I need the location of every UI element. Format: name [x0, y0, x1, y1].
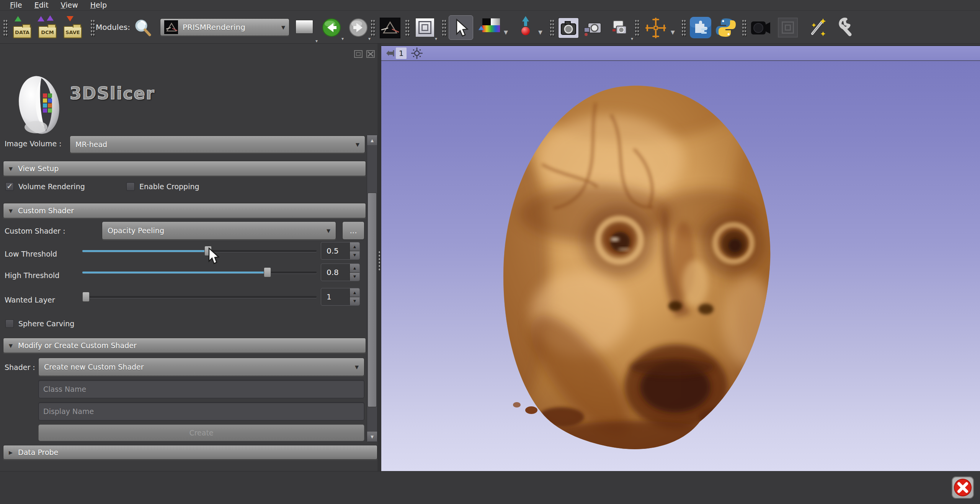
data-folder-icon: DATA — [13, 26, 31, 38]
module-selector-combobox[interactable]: PRISMRendering ▼ — [160, 18, 289, 36]
scene-view-button[interactable] — [583, 18, 604, 40]
wanted-layer-label: Wanted Layer — [5, 296, 55, 304]
toolbar-drag-handle[interactable] — [742, 19, 746, 37]
shader-options-button[interactable]: ... — [342, 221, 364, 240]
expand-triangle-icon: ▶ — [9, 450, 13, 455]
wanted-layer-slider[interactable] — [82, 292, 317, 302]
chevron-down-icon[interactable]: ▼ — [504, 29, 508, 35]
error-log-button[interactable] — [952, 476, 974, 499]
main-toolbar: DATA DCM SAVE Modules: PRISMRendering ▼ — [0, 11, 980, 44]
toolbar-drag-handle[interactable] — [681, 19, 686, 37]
crosshair-icon — [645, 17, 667, 39]
layout-disabled-button[interactable] — [778, 18, 799, 40]
panel-splitter[interactable] — [377, 44, 381, 471]
sphere-carving-checkbox[interactable] — [5, 319, 14, 328]
prism-module-button[interactable] — [380, 18, 401, 40]
custom-shader-header[interactable]: ▼ Custom Shader — [3, 203, 366, 218]
create-button[interactable]: Create — [38, 424, 364, 441]
spin-down-icon[interactable]: ▼ — [350, 251, 359, 260]
load-dicom-button[interactable]: DCM — [37, 17, 58, 39]
image-volume-combobox[interactable]: MR-head ▼ — [70, 136, 365, 153]
magic-wand-button[interactable] — [807, 17, 828, 39]
menu-view[interactable]: View — [55, 0, 84, 11]
dark-camera-button[interactable] — [750, 17, 771, 39]
magic-wand-icon — [807, 17, 828, 38]
screenshot-button[interactable] — [558, 18, 580, 40]
splitter-grip-icon — [378, 250, 381, 272]
chevron-down-icon[interactable]: ▼ — [671, 29, 675, 35]
dicom-arrow-right-icon — [47, 15, 54, 21]
shader-combobox[interactable]: Create new Custom Shader ▼ — [38, 358, 364, 376]
spin-up-icon[interactable]: ▲ — [350, 242, 359, 251]
custom-shader-combobox[interactable]: Opacity Peeling ▼ — [102, 221, 336, 240]
capture-icon — [611, 18, 630, 37]
module-history-button[interactable]: ▾ — [296, 20, 317, 42]
layout-selector-button[interactable]: ▾ — [415, 18, 436, 40]
threed-view[interactable]: 1 — [381, 45, 980, 471]
python-console-button[interactable] — [715, 17, 737, 39]
crosshair-sun-icon[interactable] — [411, 47, 423, 59]
capture-button[interactable]: ▾ — [611, 18, 632, 40]
spin-down-icon[interactable]: ▼ — [350, 297, 359, 306]
toolbar-drag-handle[interactable] — [442, 19, 446, 37]
chevron-down-icon[interactable]: ▼ — [538, 29, 542, 35]
spin-down-icon[interactable]: ▼ — [350, 273, 359, 281]
slider-handle[interactable] — [264, 267, 271, 277]
toolbar-drag-handle[interactable] — [635, 19, 639, 37]
scrollbar-thumb[interactable] — [368, 193, 377, 407]
crosshair-button[interactable] — [645, 17, 666, 39]
class-name-input[interactable] — [38, 380, 364, 398]
scroll-down-icon[interactable]: ▼ — [367, 432, 377, 442]
undock-panel-icon[interactable] — [354, 50, 363, 58]
forward-arrow-icon — [348, 18, 368, 38]
save-button[interactable]: SAVE — [62, 17, 83, 39]
place-markups-button[interactable] — [518, 16, 535, 38]
toolbar-drag-handle[interactable] — [550, 19, 554, 37]
enable-cropping-label: Enable Cropping — [139, 182, 199, 191]
pin-icon[interactable] — [385, 49, 395, 57]
chevron-down-icon: ▼ — [281, 25, 285, 30]
view-setup-header[interactable]: ▼ View Setup — [3, 161, 366, 176]
toolbar-drag-handle[interactable] — [90, 19, 95, 37]
scroll-up-icon[interactable]: ▲ — [367, 135, 377, 145]
toolbar-drag-handle[interactable] — [3, 19, 8, 37]
save-arrow-icon — [67, 16, 74, 21]
chevron-down-icon: ▼ — [327, 228, 330, 234]
spin-up-icon[interactable]: ▲ — [350, 288, 359, 297]
menu-file[interactable]: File — [4, 0, 28, 11]
slider-handle[interactable] — [82, 292, 90, 302]
extensions-manager-button[interactable] — [690, 17, 711, 39]
module-search-button[interactable] — [133, 18, 155, 41]
module-back-button[interactable]: ▾ — [322, 18, 343, 40]
image-volume-label: Image Volume : — [5, 139, 62, 148]
module-forward-button[interactable]: ▾ — [348, 18, 370, 40]
wanted-layer-spinbox[interactable]: 1 ▲▼ — [321, 288, 360, 306]
chevron-down-icon: ▾ — [341, 36, 344, 41]
threed-view-controller-bar[interactable]: 1 — [381, 46, 980, 61]
mouse-interaction-button[interactable] — [449, 15, 473, 40]
volume-rendering-checkbox[interactable] — [5, 182, 14, 191]
chevron-down-icon: ▾ — [435, 36, 437, 41]
load-data-button[interactable]: DATA — [11, 17, 33, 39]
low-threshold-slider[interactable] — [82, 246, 317, 256]
display-name-input[interactable] — [38, 402, 364, 421]
collapse-triangle-icon: ▼ — [9, 166, 13, 172]
panel-scrollbar[interactable]: ▲ ▼ — [367, 135, 377, 442]
low-threshold-spinbox[interactable]: 0.5 ▲▼ — [321, 242, 360, 260]
spin-up-icon[interactable]: ▲ — [350, 264, 359, 273]
threed-viewport[interactable] — [381, 61, 980, 472]
high-threshold-slider[interactable] — [82, 267, 317, 277]
close-panel-icon[interactable] — [366, 50, 375, 58]
modify-create-header[interactable]: ▼ Modify or Create Custom Shader — [3, 338, 366, 353]
toolbar-drag-handle[interactable] — [405, 19, 410, 37]
window-level-button[interactable] — [480, 18, 501, 41]
high-threshold-spinbox[interactable]: 0.8 ▲▼ — [321, 263, 360, 281]
menu-help[interactable]: Help — [84, 0, 113, 11]
volume-rendering-label: Volume Rendering — [18, 182, 85, 191]
menu-edit[interactable]: Edit — [28, 0, 55, 11]
settings-button[interactable] — [833, 17, 854, 39]
custom-shader-label: Custom Shader : — [5, 227, 65, 235]
enable-cropping-checkbox[interactable] — [126, 182, 135, 191]
data-probe-header[interactable]: ▶ Data Probe — [3, 445, 377, 460]
toolbar-drag-handle[interactable] — [371, 19, 375, 37]
